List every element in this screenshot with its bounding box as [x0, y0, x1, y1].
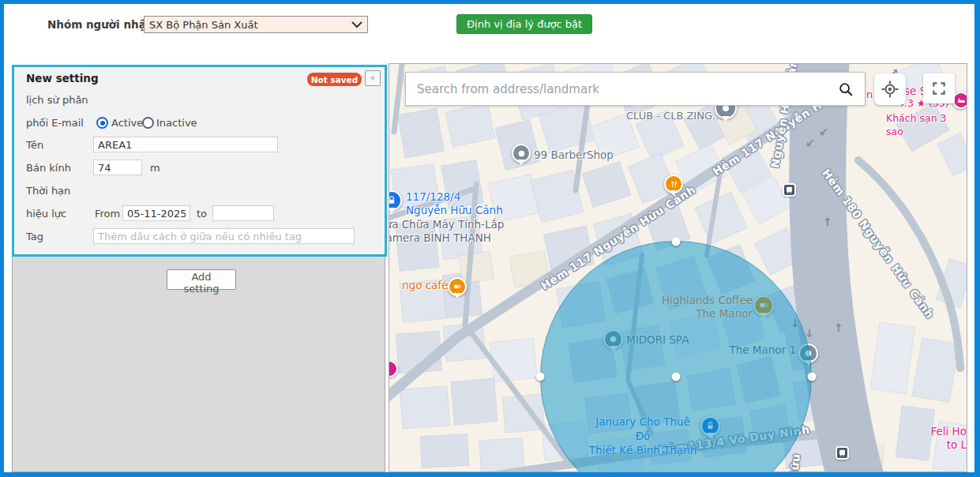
recipient-group-label: Nhóm người nhận.	[47, 18, 158, 31]
recipient-group-value: SX Bộ Phận Sản Xuất	[149, 19, 351, 31]
email-history-label-line2: phối E-mail	[26, 117, 84, 129]
poi-label-computer-repair[interactable]: Sửa Chữa Máy Tính-Lắp Camera BÌNH THẠNH	[389, 218, 504, 245]
oneway-arrow-icon: ↙	[805, 137, 815, 149]
app-root: Nhóm người nhận. SX Bộ Phận Sản Xuất Địn…	[0, 0, 980, 477]
radius-unit: m	[150, 162, 160, 174]
poi-label-barbershop[interactable]: 99 BarberShop	[534, 148, 614, 162]
frame-border	[974, 0, 980, 477]
validity-label-line1: Thời hạn	[26, 185, 70, 197]
fullscreen-button[interactable]	[923, 73, 955, 103]
add-setting-button[interactable]: Add setting	[167, 269, 236, 290]
tag-label: Tag	[26, 231, 43, 242]
to-label: to	[197, 208, 207, 220]
fullscreen-icon	[931, 81, 947, 96]
settings-panel: New setting Not saved lịch sử phân phối …	[12, 65, 385, 472]
poi-label-cafe[interactable]: ngơ café	[402, 279, 448, 292]
radio-active[interactable]	[96, 117, 108, 129]
geofence-center-handle[interactable]	[672, 373, 681, 381]
frame-border	[0, 0, 980, 4]
poi-label-felix-hotel[interactable]: Feli Ho to L	[905, 425, 967, 452]
poi-label-address[interactable]: 117/128/4 Nguyễn Hữu Cảnh	[406, 190, 503, 217]
map-search-input[interactable]	[406, 82, 838, 96]
crosshair-icon	[880, 80, 899, 99]
cafe-marker-icon[interactable]	[448, 277, 467, 296]
radius-label: Bán kính	[26, 162, 71, 174]
radius-input[interactable]	[93, 160, 142, 175]
recipient-group-select[interactable]: SX Bộ Phận Sản Xuất	[144, 16, 368, 33]
bus-stop-icon[interactable]	[835, 446, 849, 460]
name-input[interactable]	[93, 137, 278, 152]
chevron-down-icon	[351, 21, 362, 28]
search-icon[interactable]	[838, 81, 854, 97]
restaurant-marker-icon[interactable]	[664, 175, 683, 193]
new-setting-form: New setting Not saved lịch sử phân phối …	[12, 65, 387, 257]
from-label: From	[95, 208, 120, 220]
valid-to-input[interactable]	[212, 205, 274, 221]
trash-icon	[370, 73, 375, 84]
map-canvas[interactable]: Hẻm 117 Nguyễn Hữu Cảnh Hẻm 117 Nguyễn H…	[389, 63, 967, 472]
geofence-north-handle[interactable]	[672, 238, 681, 246]
radio-inactive-label: Inactive	[156, 117, 197, 129]
geofence-east-handle[interactable]	[808, 373, 817, 381]
oneway-arrow-icon: ↑	[823, 216, 832, 228]
poi-label-hotel-class: Khách sạn 3 sao	[886, 111, 967, 138]
name-label: Tên	[26, 139, 43, 151]
status-badge: Not saved	[307, 73, 362, 86]
radio-active-label: Active	[111, 117, 143, 129]
oneway-arrow-icon: ↙	[819, 126, 828, 138]
map-search-box	[405, 72, 865, 106]
tag-input[interactable]	[93, 228, 355, 244]
bus-stop-icon[interactable]	[783, 183, 796, 197]
form-title: New setting	[26, 72, 99, 85]
geofence-west-handle[interactable]	[536, 373, 545, 381]
valid-from-input[interactable]	[122, 205, 190, 221]
locate-me-button[interactable]	[874, 73, 906, 105]
oneway-arrow-icon: ↑	[834, 321, 843, 334]
email-history-label-line1: lịch sử phân	[26, 94, 88, 106]
delete-setting-button[interactable]	[365, 70, 381, 86]
frame-border	[0, 472, 980, 477]
frame-border	[0, 0, 4, 477]
barbershop-marker-icon[interactable]	[512, 144, 531, 163]
validity-label-line2: hiệu lực	[26, 208, 66, 220]
radio-inactive[interactable]	[142, 117, 154, 129]
geolocation-enabled-button[interactable]: Định vị địa lý được bật	[456, 14, 592, 34]
